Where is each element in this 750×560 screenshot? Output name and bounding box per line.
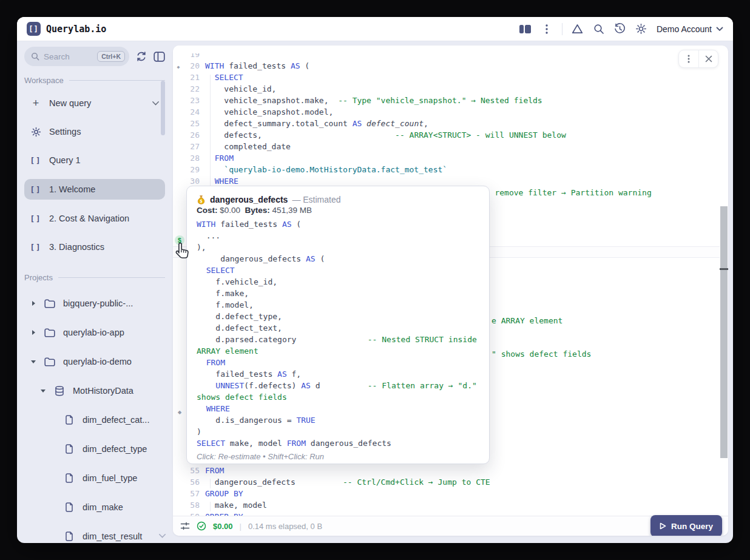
- code-token: vehicle_id,: [205, 84, 276, 96]
- history-icon[interactable]: [614, 23, 626, 35]
- line-number: 56: [184, 477, 200, 489]
- code-line-58[interactable]: 58 make, model: [173, 501, 720, 512]
- tree-item-mothistorydata[interactable]: MotHistoryData: [24, 382, 165, 400]
- code-line-22[interactable]: 22 vehicle_id,: [173, 84, 720, 96]
- code-token: f.make,: [197, 289, 249, 300]
- code-line: ): [197, 427, 479, 439]
- project-tree: bigquery-public-...querylab-io-appqueryl…: [24, 294, 165, 543]
- code-token: d: [311, 381, 320, 393]
- code-token: FROM: [287, 439, 306, 450]
- editor-kebab-icon[interactable]: [679, 50, 698, 67]
- gutter-spacer: [173, 107, 184, 119]
- code-token: SELECT: [197, 439, 225, 450]
- money-bag-icon: $: [197, 195, 206, 204]
- editor-scrollbar[interactable]: [720, 46, 728, 516]
- status-bar: $0.00 | 0.14 ms elapsed, 0 B Run Query: [173, 516, 728, 536]
- gutter-spacer: [173, 165, 184, 177]
- workspace-items: +New querySettings[]Query 1[]1. Welcome[…: [24, 93, 165, 257]
- code-token: AS: [353, 119, 362, 130]
- status-meta: 0.14 ms elapsed, 0 B: [248, 522, 322, 531]
- sidebar-item-diagnostics[interactable]: []3. Diagnostics: [24, 237, 165, 257]
- sidebar-item-query-1[interactable]: []Query 1: [24, 150, 165, 170]
- tree-item-dim-make[interactable]: dim_make: [24, 498, 165, 516]
- query-settings-icon[interactable]: [180, 521, 190, 531]
- code-line-57[interactable]: 57GROUP BY: [173, 489, 720, 501]
- chevron-down-icon: [152, 101, 159, 106]
- folder-icon: [44, 357, 55, 366]
- search-icon[interactable]: [593, 23, 605, 35]
- code-token: UNNEST: [215, 381, 244, 393]
- code-line-29[interactable]: 29 `querylab-io-demo.MotHistoryData.fact…: [173, 165, 720, 177]
- code-token: (: [316, 254, 325, 266]
- code-token: (: [300, 61, 310, 73]
- search-input[interactable]: Search Ctrl+K: [24, 47, 129, 66]
- sidebar-item-welcome[interactable]: []1. Welcome: [24, 179, 165, 200]
- sidebar-toggle-icon[interactable]: [154, 52, 165, 62]
- occluded-comment-fragment: " shows defect fields: [492, 349, 591, 359]
- code-line-20[interactable]: ◆20WITH failed_tests AS (: [173, 61, 720, 73]
- editor-bottom-code[interactable]: 55FROM56 dangerous_defects -- Ctrl/Cmd+C…: [173, 466, 720, 524]
- sidebar-item-label: New query: [49, 98, 91, 108]
- split-resize-handle[interactable]: [720, 268, 728, 270]
- code-token: f.model,: [197, 300, 254, 312]
- code-line: ),: [197, 243, 479, 254]
- code-line-23[interactable]: 23 vehicle_snapshot.make, -- Type "vehic…: [173, 96, 720, 107]
- account-menu[interactable]: Demo Account: [657, 24, 723, 34]
- caret-right-icon[interactable]: [30, 330, 36, 335]
- code-line-25[interactable]: 25 defect_summary.total_count AS defect_…: [173, 119, 720, 130]
- chevron-down-icon: [716, 27, 723, 32]
- occluded-comment-fragment: e ARRAY element: [492, 316, 562, 325]
- code-line-28[interactable]: 28 FROM: [173, 153, 720, 165]
- code-token: -- Nested STRUCT inside: [296, 335, 476, 346]
- tree-item-label: bigquery-public-...: [63, 299, 133, 308]
- caret-right-icon[interactable]: [30, 301, 36, 306]
- line-number: 23: [184, 96, 200, 107]
- code-token: [197, 381, 215, 393]
- scrollbar-thumb[interactable]: [720, 206, 728, 458]
- code-line: d.is_dangerous = TRUE: [197, 416, 479, 427]
- tree-item-dim-fuel-type[interactable]: dim_fuel_type: [24, 469, 165, 487]
- refresh-icon[interactable]: [136, 51, 147, 62]
- code-line-26[interactable]: 26 defects, -- ARRAY<STRUCT> - will UNNE…: [173, 130, 720, 142]
- code-line-27[interactable]: 27 completed_date: [173, 142, 720, 153]
- tree-item-dim-defect-cat[interactable]: dim_defect_cat...: [24, 411, 165, 429]
- kebab-menu-icon[interactable]: [541, 23, 553, 35]
- line-number: 29: [184, 165, 200, 177]
- code-token: vehicle_snapshot.make,: [205, 96, 329, 107]
- sidebar-item-settings[interactable]: Settings: [24, 122, 165, 141]
- panels-icon[interactable]: [519, 23, 532, 35]
- file-icon: [65, 502, 73, 512]
- sidebar-item-label: 1. Welcome: [49, 184, 95, 194]
- sidebar-scrollbar[interactable]: [161, 81, 165, 135]
- editor-top-code[interactable]: 19◆20WITH failed_tests AS (21 SELECT22 v…: [173, 50, 720, 200]
- run-query-button[interactable]: Run Query: [650, 515, 722, 536]
- tree-item-querylab-io-app[interactable]: querylab-io-app: [24, 323, 165, 342]
- cte-estimate-popup[interactable]: $ dangerous_defects — Estimated Cost: $0…: [186, 186, 490, 464]
- gear-icon[interactable]: [635, 23, 647, 35]
- code-token: failed_tests: [197, 369, 277, 381]
- code-line-24[interactable]: 24 vehicle_snapshot.model,: [173, 107, 720, 119]
- code-line: f.model,: [197, 300, 479, 312]
- code-token: -- Ctrl/Cmd+Click → Jump to CTE: [296, 477, 490, 489]
- code-line-55[interactable]: 55FROM: [173, 466, 720, 477]
- tree-item-dim-test-result[interactable]: dim_test_result: [24, 527, 165, 543]
- sidebar-item-new-query[interactable]: +New query: [24, 93, 165, 113]
- close-icon[interactable]: [698, 50, 718, 67]
- code-token: defect_count: [362, 119, 424, 130]
- tree-item-querylab-io-demo[interactable]: querylab-io-demo: [24, 353, 165, 371]
- line-number: 21: [184, 73, 200, 84]
- code-line-21[interactable]: 21 SELECT: [173, 73, 720, 84]
- indent-guide: [210, 502, 211, 511]
- sidebar-item-cost-navigation[interactable]: []2. Cost & Navigation: [24, 209, 165, 228]
- tree-item-dim-defect-type[interactable]: dim_defect_type: [24, 440, 165, 458]
- gutter-spacer: [173, 188, 184, 200]
- brackets-icon: []: [30, 156, 41, 165]
- gear-icon: [31, 127, 41, 137]
- alerts-triangle-icon[interactable]: [572, 23, 584, 35]
- tree-item-bigquery-public[interactable]: bigquery-public-...: [24, 294, 165, 312]
- caret-down-icon[interactable]: [30, 360, 36, 363]
- scroll-down-icon[interactable]: [159, 534, 166, 538]
- caret-down-icon[interactable]: [40, 390, 46, 393]
- code-line-56[interactable]: 56 dangerous_defects -- Ctrl/Cmd+Click →…: [173, 477, 720, 489]
- code-token: -- Flatten array → "d.": [320, 381, 477, 393]
